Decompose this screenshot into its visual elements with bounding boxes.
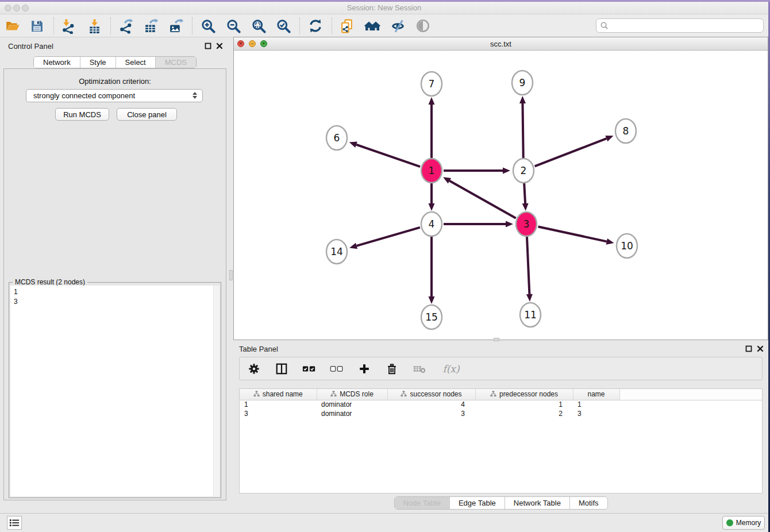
column-header-predecessor-nodes[interactable]: predecessor nodes (475, 389, 573, 400)
network-canvas[interactable]: 1234678910111415 (234, 51, 768, 340)
table-row[interactable]: 1 dominator 4 1 1 (240, 400, 762, 409)
export-table-icon (143, 18, 159, 34)
task-history-button[interactable] (7, 516, 22, 530)
column-label: shared name (263, 390, 303, 398)
zoom-out-button[interactable] (224, 17, 243, 35)
run-mcds-label: Run MCDS (63, 110, 101, 119)
edge-2-9[interactable] (522, 103, 523, 159)
edge-3-1[interactable] (449, 181, 515, 218)
tab-style[interactable]: Style (80, 57, 116, 68)
close-panel-button[interactable]: Close panel (117, 108, 177, 121)
zoom-in-button[interactable] (198, 17, 218, 35)
hide-panels-button[interactable] (388, 17, 407, 35)
column-label: predecessor nodes (499, 390, 558, 398)
tab-network[interactable]: Network (34, 57, 80, 68)
cell-shared-name[interactable]: 3 (240, 409, 317, 418)
table-settings-button[interactable] (247, 361, 261, 376)
tab-mcds[interactable]: MCDS (155, 57, 196, 68)
cell-successor-nodes[interactable]: 4 (387, 400, 475, 409)
tab-node-table[interactable]: Node Table (394, 497, 449, 509)
cell-mcds-role[interactable]: dominator (317, 409, 387, 418)
node-label-10: 10 (621, 240, 633, 252)
column-label: MCDS role (340, 390, 374, 398)
tab-edge-table[interactable]: Edge Table (449, 497, 505, 509)
edge-arrow-1-2 (503, 168, 510, 174)
network-graph: 1234678910111415 (234, 51, 768, 340)
show-panels-button[interactable] (413, 17, 433, 35)
show-column-panel-button[interactable] (274, 361, 289, 376)
tab-network-table[interactable]: Network Table (505, 497, 569, 509)
save-session-button[interactable] (27, 17, 47, 35)
edge-4-14[interactable] (357, 228, 420, 246)
float-table-panel-icon[interactable] (745, 345, 752, 352)
select-all-columns-button[interactable] (302, 361, 317, 376)
edge-3-11[interactable] (527, 236, 529, 294)
select-arrows-icon (192, 92, 197, 99)
open-session-button[interactable] (3, 17, 22, 35)
zoom-fit-button[interactable] (249, 17, 268, 35)
network-view-window: ✕ − + scc.txt 1234678910111415 (233, 37, 768, 340)
result-scrollbar[interactable] (213, 286, 220, 496)
splitter-handle-vertical[interactable] (229, 270, 233, 280)
delete-column-button[interactable] (384, 361, 399, 376)
close-table-panel-icon[interactable] (757, 345, 764, 352)
function-builder-button[interactable]: f(x) (440, 361, 463, 376)
create-column-button[interactable] (357, 361, 372, 376)
control-panel-header: Control Panel (2, 38, 228, 53)
network-window-title: scc.txt (234, 40, 768, 48)
hierarchy-icon (490, 391, 496, 397)
cell-predecessor-nodes[interactable]: 1 (475, 400, 573, 409)
search-field (596, 18, 764, 33)
import-network-button[interactable] (58, 17, 78, 35)
edge-2-3[interactable] (524, 183, 525, 203)
cell-shared-name[interactable]: 1 (240, 400, 317, 409)
zoom-selected-button[interactable] (274, 17, 293, 35)
import-table-icon (87, 18, 102, 34)
criterion-select[interactable]: strongly connected component (26, 89, 203, 102)
cell-empty (619, 409, 762, 418)
column-header-name[interactable]: name (573, 389, 619, 400)
clone-network-button[interactable] (337, 17, 357, 35)
edge-1-6[interactable] (356, 145, 420, 167)
import-table-button[interactable] (84, 17, 104, 35)
table-row[interactable]: 3 dominator 3 2 3 (240, 409, 762, 418)
edge-2-8[interactable] (535, 138, 607, 166)
unselect-all-columns-button[interactable] (329, 361, 344, 376)
node-label-8: 8 (623, 125, 629, 137)
split-panel-icon (275, 363, 288, 375)
cell-predecessor-nodes[interactable]: 2 (475, 409, 573, 418)
memory-button[interactable]: Memory (722, 516, 765, 530)
edge-3-10[interactable] (538, 226, 607, 241)
toolbar-separator (110, 17, 111, 34)
run-mcds-button[interactable]: Run MCDS (55, 108, 109, 121)
tab-select[interactable]: Select (116, 57, 155, 68)
cell-name[interactable]: 3 (573, 409, 619, 418)
export-network-button[interactable] (116, 17, 135, 35)
apply-layout-button[interactable] (306, 17, 325, 35)
toolbar-separator (332, 17, 332, 34)
column-header-shared-name[interactable]: shared name (240, 389, 317, 400)
cell-name[interactable]: 1 (573, 400, 619, 409)
first-neighbors-button[interactable] (363, 17, 382, 35)
edge-arrow-2-3 (522, 203, 529, 211)
float-panel-icon[interactable] (205, 43, 211, 49)
import-network-icon (60, 18, 76, 34)
close-panel-icon[interactable] (216, 43, 223, 49)
column-header-mcds-role[interactable]: MCDS role (317, 389, 387, 400)
edge-arrow-1-7 (429, 97, 435, 105)
delete-table-button[interactable] (412, 361, 427, 376)
optimization-criterion-label: Optimization criterion: (4, 77, 226, 86)
export-table-button[interactable] (141, 17, 160, 35)
search-input[interactable] (609, 20, 763, 32)
export-image-button[interactable] (166, 17, 186, 35)
tab-motifs[interactable]: Motifs (569, 497, 607, 509)
toolbar-separator (192, 17, 192, 34)
main-toolbar (0, 14, 768, 37)
mcds-result-area[interactable]: 1 3 (10, 286, 220, 496)
memory-status-dot (726, 519, 733, 526)
cell-successor-nodes[interactable]: 3 (387, 409, 475, 418)
header-filler (619, 389, 762, 400)
column-header-successor-nodes[interactable]: successor nodes (387, 389, 475, 400)
node-label-4: 4 (429, 218, 435, 230)
cell-mcds-role[interactable]: dominator (317, 400, 387, 409)
